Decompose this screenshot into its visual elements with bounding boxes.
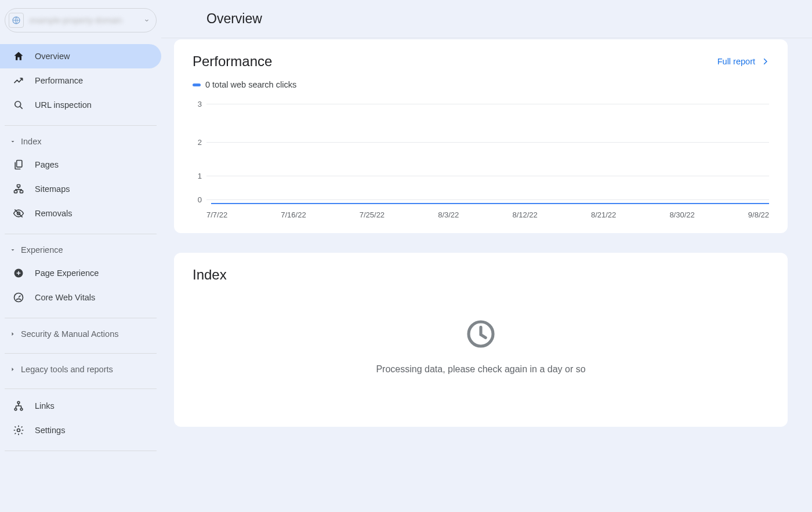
- full-report-label: Full report: [717, 57, 755, 66]
- svg-point-11: [20, 408, 23, 411]
- x-tick: 7/25/22: [360, 210, 385, 219]
- card-title: Performance: [193, 53, 272, 70]
- pages-icon: [13, 159, 24, 170]
- chevron-right-icon: [761, 57, 769, 66]
- property-selector[interactable]: example-property-domain: [5, 8, 157, 32]
- content: Performance Full report 0 total web sear…: [161, 38, 812, 512]
- sidebar-group-legacy[interactable]: Legacy tools and reports: [0, 358, 161, 380]
- sidebar-item-core-web-vitals[interactable]: Core Web Vitals: [0, 285, 161, 310]
- y-tick: 1: [194, 172, 206, 180]
- page-title: Overview: [206, 11, 262, 27]
- performance-chart: 3 2 1 0 7/7/22 7/16/22 7/25/22 8/3/22 8/…: [194, 100, 769, 216]
- svg-rect-4: [14, 191, 17, 193]
- sidebar-group-label: Index: [21, 137, 41, 146]
- sidebar-item-settings[interactable]: Settings: [0, 418, 161, 442]
- svg-point-10: [14, 408, 17, 411]
- gridline: [206, 142, 769, 143]
- sidebar-item-performance[interactable]: Performance: [0, 68, 161, 93]
- x-tick: 8/3/22: [438, 210, 459, 219]
- chart-series-line: [211, 203, 769, 204]
- svg-rect-3: [17, 185, 20, 187]
- trend-icon: [13, 75, 24, 86]
- sidebar-item-label: Page Experience: [35, 268, 99, 278]
- x-tick: 7/7/22: [206, 210, 227, 219]
- x-tick: 7/16/22: [281, 210, 306, 219]
- sidebar-item-sitemaps[interactable]: Sitemaps: [0, 177, 161, 201]
- sidebar-group-label: Security & Manual Actions: [21, 329, 118, 339]
- sidebar-item-links[interactable]: Links: [0, 394, 161, 418]
- sidebar-group-security[interactable]: Security & Manual Actions: [0, 323, 161, 345]
- gear-icon: [13, 424, 24, 436]
- x-tick: 8/30/22: [669, 210, 694, 219]
- y-tick: 2: [194, 138, 206, 147]
- sidebar: example-property-domain Overview Perform…: [0, 0, 161, 512]
- divider: [5, 353, 157, 354]
- svg-point-1: [15, 101, 21, 107]
- y-tick: 0: [194, 195, 206, 204]
- chevron-down-icon: [9, 246, 20, 253]
- page-header: Overview: [161, 0, 812, 38]
- chart-legend: 0 total web search clicks: [193, 80, 769, 89]
- sidebar-item-page-experience[interactable]: Page Experience: [0, 261, 161, 285]
- divider: [5, 234, 157, 234]
- svg-point-9: [17, 401, 20, 404]
- visibility-off-icon: [13, 208, 24, 219]
- sitemap-icon: [13, 183, 24, 195]
- sidebar-item-label: Core Web Vitals: [35, 293, 95, 302]
- divider: [5, 125, 157, 126]
- circle-plus-icon: [13, 267, 24, 279]
- x-tick: 8/21/22: [591, 210, 616, 219]
- card-title: Index: [193, 267, 769, 283]
- gridline: [206, 199, 769, 200]
- legend-label: 0 total web search clicks: [205, 80, 296, 89]
- divider: [5, 451, 157, 451]
- sidebar-item-url-inspection[interactable]: URL inspection: [0, 93, 161, 117]
- svg-point-12: [17, 429, 20, 432]
- tree-icon: [13, 400, 24, 412]
- home-icon: [13, 50, 24, 62]
- svg-rect-5: [20, 191, 23, 193]
- x-axis: 7/7/22 7/16/22 7/25/22 8/3/22 8/12/22 8/…: [206, 210, 769, 219]
- full-report-link[interactable]: Full report: [717, 57, 769, 66]
- sidebar-group-index[interactable]: Index: [0, 130, 161, 152]
- legend-swatch: [193, 83, 201, 86]
- sidebar-item-label: Pages: [35, 160, 59, 169]
- sidebar-item-overview[interactable]: Overview: [0, 44, 161, 68]
- index-empty-state: Processing data, please check again in a…: [193, 283, 769, 398]
- chevron-down-icon: [143, 17, 150, 24]
- index-card: Index Processing data, please check agai…: [174, 253, 788, 427]
- x-tick: 8/12/22: [512, 210, 537, 219]
- sidebar-item-pages[interactable]: Pages: [0, 152, 161, 177]
- search-icon: [13, 99, 24, 111]
- chevron-right-icon: [9, 366, 20, 373]
- svg-rect-2: [17, 161, 22, 168]
- sidebar-item-label: Sitemaps: [35, 184, 70, 194]
- x-tick: 9/8/22: [748, 210, 769, 219]
- sidebar-item-label: Overview: [35, 52, 70, 61]
- main: Overview Performance Full report 0 total: [161, 0, 812, 512]
- chevron-down-icon: [9, 138, 20, 145]
- sidebar-item-label: Removals: [35, 209, 72, 218]
- sidebar-item-label: Performance: [35, 76, 83, 85]
- sidebar-group-label: Experience: [21, 245, 63, 255]
- globe-icon: [9, 13, 24, 28]
- clock-icon: [465, 318, 497, 350]
- gridline: [206, 104, 769, 104]
- index-empty-message: Processing data, please check again in a…: [376, 364, 585, 375]
- gridline: [206, 176, 769, 176]
- sidebar-item-label: Settings: [35, 426, 65, 435]
- sidebar-group-experience[interactable]: Experience: [0, 239, 161, 261]
- y-tick: 3: [194, 100, 206, 108]
- performance-card: Performance Full report 0 total web sear…: [174, 39, 788, 233]
- sidebar-item-label: Links: [35, 401, 55, 411]
- chevron-right-icon: [9, 331, 20, 337]
- divider: [5, 318, 157, 318]
- sidebar-group-label: Legacy tools and reports: [21, 365, 113, 374]
- gauge-icon: [13, 292, 24, 303]
- sidebar-item-removals[interactable]: Removals: [0, 201, 161, 226]
- divider: [5, 388, 157, 389]
- sidebar-item-label: URL inspection: [35, 100, 92, 110]
- property-label: example-property-domain: [30, 16, 143, 25]
